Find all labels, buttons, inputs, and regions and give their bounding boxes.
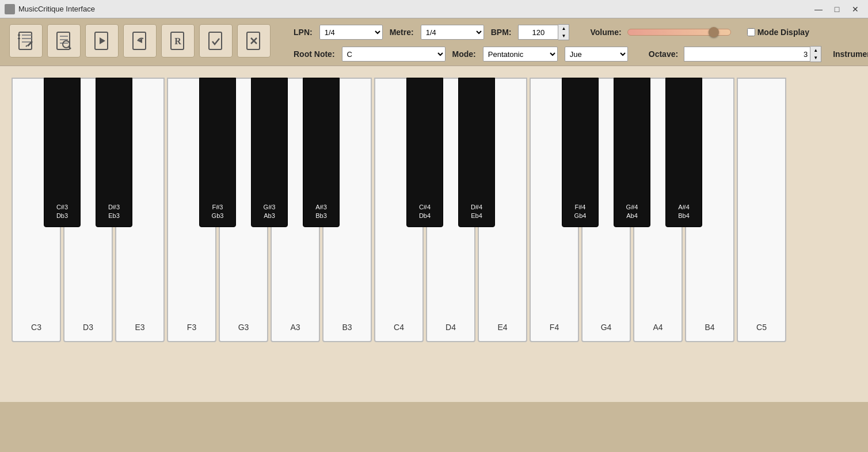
black-key-gs3[interactable]: G#3Ab3: [251, 78, 288, 227]
app-title: MusicCritique Interface: [18, 5, 810, 13]
lpn-select[interactable]: 1/4 1/11/21/81/16: [319, 25, 383, 40]
mode-display-area: Mode Display: [747, 28, 809, 37]
octave-down-button[interactable]: ▼: [810, 54, 821, 62]
metre-select[interactable]: 1/41/12/43/44/4: [421, 25, 484, 40]
app-icon: [5, 4, 15, 14]
minimize-button[interactable]: —: [810, 3, 827, 16]
bpm-input[interactable]: [518, 25, 558, 40]
volume-slider-track[interactable]: [627, 29, 731, 36]
bpm-up-button[interactable]: ▲: [558, 25, 569, 32]
piano-container: C3 D3 E3 F3 G3 A3 B3 C4 D4 E4 F4 G4 A4 B…: [12, 78, 786, 342]
stop-clear-button[interactable]: [237, 24, 271, 58]
instrument-area: Instrument: PianoStringsBrass Acoustic G…: [833, 47, 868, 62]
volume-slider-thumb[interactable]: [709, 27, 719, 37]
black-key-fs3[interactable]: F#3Gb3: [199, 78, 236, 227]
svg-text:R: R: [174, 36, 181, 46]
metre-label: Metre:: [390, 28, 414, 37]
black-key-as4[interactable]: A#4Bb4: [665, 78, 702, 227]
new-edit-button[interactable]: [9, 24, 43, 58]
black-key-ds3[interactable]: D#3Eb3: [96, 78, 132, 227]
svg-rect-18: [209, 32, 222, 49]
record-button[interactable]: R: [161, 24, 195, 58]
svg-line-6: [26, 45, 27, 47]
mode-sub-select[interactable]: JueGongShangZhiYu: [565, 47, 628, 62]
param-row-2: Root Note: CC#DD# EFF#G G#AA#B Mode: Pen…: [294, 46, 868, 62]
bpm-down-button[interactable]: ▼: [558, 32, 569, 40]
octave-spinner-btns: ▲ ▼: [810, 46, 821, 62]
bpm-spinner-btns: ▲ ▼: [558, 24, 569, 40]
tool-buttons: R: [9, 24, 271, 58]
octave-input[interactable]: [684, 47, 810, 62]
black-key-ds4[interactable]: D#4Eb4: [458, 78, 495, 227]
black-key-fs4[interactable]: F#4Gb4: [562, 78, 599, 227]
params-area: LPN: 1/4 1/11/21/81/16 Metre: 1/41/12/43…: [294, 24, 868, 62]
mode-label: Mode:: [452, 49, 476, 59]
volume-area: Volume:: [590, 28, 730, 37]
check-button[interactable]: [199, 24, 233, 58]
bpm-spinner: ▲ ▼: [518, 24, 569, 40]
back-button[interactable]: [123, 24, 157, 58]
black-key-cs3[interactable]: C#3Db3: [44, 78, 81, 227]
octave-spinner: ▲ ▼: [684, 46, 821, 62]
octave-label: Octave:: [649, 49, 678, 59]
octave-area: Octave: ▲ ▼: [649, 46, 821, 62]
mode-select[interactable]: PentatonicMajorMinor BluesDorian: [483, 47, 558, 62]
black-key-gs4[interactable]: G#4Ab4: [614, 78, 650, 227]
root-note-label: Root Note:: [294, 49, 335, 59]
octave-up-button[interactable]: ▲: [810, 47, 821, 54]
black-key-cs4[interactable]: C#4Db4: [406, 78, 443, 227]
black-key-as3[interactable]: A#3Bb3: [303, 78, 340, 227]
mode-display-checkbox[interactable]: [747, 28, 755, 36]
piano-area: C3 D3 E3 F3 G3 A3 B3 C4 D4 E4 F4 G4 A4 B…: [0, 66, 868, 402]
titlebar: MusicCritique Interface — □ ✕: [0, 0, 868, 18]
white-key-c5[interactable]: C5: [737, 78, 786, 342]
volume-label: Volume:: [590, 28, 621, 37]
toolbar-area: R LPN: 1/4 1/11/21/81/16 Metre:: [0, 18, 868, 66]
close-button[interactable]: ✕: [847, 3, 863, 16]
bpm-label: BPM:: [491, 28, 512, 37]
param-row-1: LPN: 1/4 1/11/21/81/16 Metre: 1/41/12/43…: [294, 24, 868, 40]
open-button[interactable]: [47, 24, 81, 58]
root-note-select[interactable]: CC#DD# EFF#G G#AA#B: [342, 47, 446, 62]
play-button[interactable]: [85, 24, 119, 58]
lpn-label: LPN:: [294, 28, 313, 37]
instrument-label: Instrument:: [833, 49, 868, 59]
restore-button[interactable]: □: [829, 3, 845, 16]
mode-display-label: Mode Display: [757, 28, 809, 37]
window-controls: — □ ✕: [810, 3, 863, 16]
